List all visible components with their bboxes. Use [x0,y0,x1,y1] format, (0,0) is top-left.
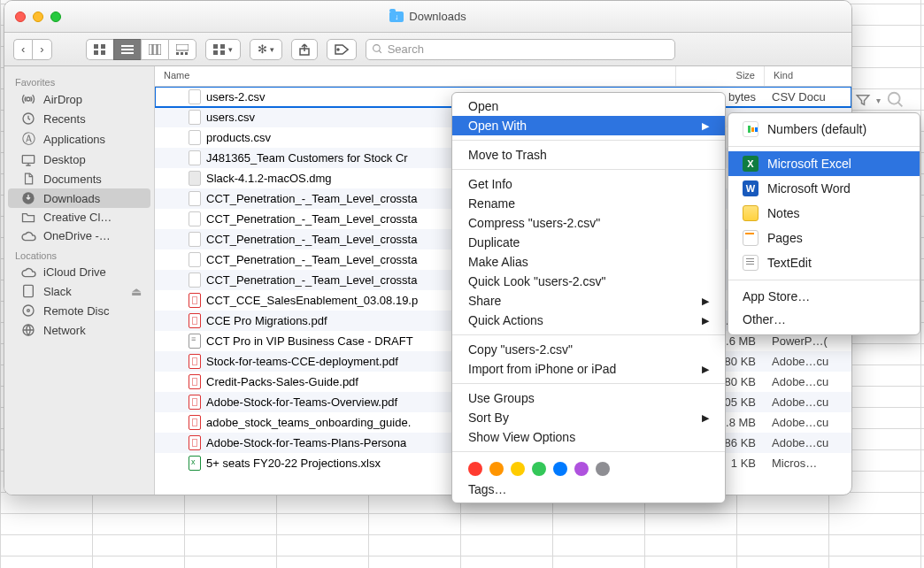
tag-color[interactable] [511,462,525,476]
tag-color[interactable] [532,462,546,476]
sidebar-item-label: Desktop [43,153,86,166]
openwith-pages[interactable]: Pages [728,226,920,250]
filter-icon[interactable] [855,92,871,108]
sidebar-item-icloud-drive[interactable]: iCloud Drive [8,263,150,281]
textedit-app-icon [743,255,758,271]
menu-compress[interactable]: Compress "users-2.csv" [452,213,725,233]
svg-rect-9 [153,44,157,55]
menu-get-info[interactable]: Get Info [452,174,725,194]
openwith-word[interactable]: WMicrosoft Word [728,176,920,201]
nav-buttons: ‹ › [13,39,52,60]
tag-color[interactable] [489,462,504,476]
sidebar-item-label: iCloud Drive [43,265,106,279]
menu-share[interactable]: Share▶ [452,291,725,311]
arrange-button[interactable]: ▾ [205,39,241,60]
svg-point-0 [889,93,900,104]
search-field[interactable]: Search [366,39,675,60]
menu-quick-look[interactable]: Quick Look "users-2.csv" [452,272,725,291]
sidebar-item-label: Creative Cl… [43,211,112,224]
svg-point-28 [27,310,30,312]
tag-color[interactable] [574,462,589,476]
forward-button[interactable]: › [32,39,51,60]
svg-rect-12 [176,52,179,55]
openwith-textedit[interactable]: TextEdit [728,250,920,275]
gallery-view-button[interactable] [168,39,196,60]
sidebar-item-label: Remote Disc [43,304,109,318]
openwith-numbers[interactable]: Numbers (default) [728,117,920,142]
menu-import[interactable]: Import from iPhone or iPad▶ [452,359,725,379]
tag-color[interactable] [596,462,610,476]
menu-make-alias[interactable]: Make Alias [452,252,725,272]
sidebar-item-remote-disc[interactable]: Remote Disc [8,301,150,320]
submenu-arrow-icon: ▶ [702,412,709,424]
column-kind[interactable]: Kind [765,66,851,86]
file-icon [189,435,201,450]
openwith-notes[interactable]: Notes [728,201,920,226]
menu-quick-actions[interactable]: Quick Actions▶ [452,311,725,330]
column-size[interactable]: Size [676,66,765,86]
file-icon [189,191,201,206]
sidebar-item-onedrive-[interactable]: OneDrive -… [8,226,150,245]
action-button[interactable]: ✻ ▾ [250,39,282,60]
back-button[interactable]: ‹ [13,39,32,60]
menu-copy[interactable]: Copy "users-2.csv" [452,340,725,359]
menu-separator [452,140,725,141]
file-icon [189,354,201,369]
svg-point-27 [23,305,34,316]
sidebar-item-label: AirDrop [43,93,82,106]
file-icon [189,232,201,247]
svg-rect-17 [213,50,218,55]
openwith-other[interactable]: Other… [728,308,920,331]
sidebar-item-applications[interactable]: ⒶApplications [8,128,150,150]
sidebar-item-network[interactable]: Network [8,320,150,340]
sidebar-item-label: Documents [43,173,102,186]
sidebar-item-creative-cl-[interactable]: Creative Cl… [8,208,150,226]
sidebar-item-desktop[interactable]: Desktop [8,150,150,169]
file-name: J481365_Team Customers for Stock Cr [206,151,408,165]
menu-sort-by[interactable]: Sort By▶ [452,408,725,427]
network-icon [20,323,36,337]
tag-color[interactable] [553,462,567,476]
search-icon[interactable] [886,90,905,110]
svg-point-20 [337,49,339,50]
share-button[interactable] [291,39,318,60]
svg-rect-5 [121,45,134,47]
openwith-excel[interactable]: XMicrosoft Excel [728,151,920,176]
svg-rect-10 [158,44,161,55]
menu-view-options[interactable]: Show View Options [452,427,725,447]
sidebar-item-recents[interactable]: Recents [8,109,150,128]
eject-icon[interactable]: ⏏ [131,285,142,298]
menu-open[interactable]: Open [452,96,725,116]
sidebar-item-documents[interactable]: Documents [8,169,150,188]
icon-view-button[interactable] [86,39,113,60]
file-icon [189,89,201,104]
menu-rename[interactable]: Rename [452,194,725,213]
menu-use-groups[interactable]: Use Groups [452,388,725,408]
svg-rect-4 [101,50,105,55]
menu-duplicate[interactable]: Duplicate [452,233,725,252]
sidebar-item-airdrop[interactable]: AirDrop [8,89,150,109]
documents-icon [20,172,36,186]
file-name: CCT_Penetration_-_Team_Level_crossta [206,273,417,287]
column-view-button[interactable] [141,39,168,60]
file-name: CCT Pro in VIP Business Case - DRAFT [206,334,413,348]
file-name: 5+ seats FY20-22 Projections.xlsx [206,457,381,470]
svg-rect-15 [213,44,218,49]
openwith-app-store[interactable]: App Store… [728,285,920,308]
svg-rect-16 [220,44,225,49]
column-headers: Name Size Kind [155,66,851,87]
menu-move-to-trash[interactable]: Move to Trash [452,145,725,165]
numbers-app-icon [743,121,758,137]
tags-button[interactable] [327,39,357,60]
toolbar: ‹ › ▾ ✻ ▾ Search [4,33,851,66]
menu-tags[interactable]: Tags… [452,480,725,499]
sidebar-item-slack[interactable]: Slack⏏ [8,281,150,301]
list-view-button[interactable] [113,39,141,60]
menu-open-with[interactable]: Open With▶ [452,116,725,135]
sidebar-item-downloads[interactable]: Downloads [8,188,150,208]
downloads-icon [20,191,36,205]
tag-color[interactable] [468,462,482,476]
svg-rect-1 [94,44,98,49]
word-app-icon: W [743,180,758,196]
column-name[interactable]: Name [155,66,676,86]
